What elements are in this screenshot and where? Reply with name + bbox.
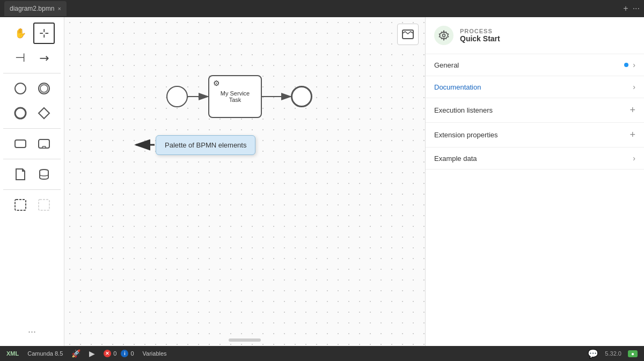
- section-chevron-icon: ›: [633, 83, 635, 91]
- end-event-button[interactable]: [10, 102, 31, 124]
- play-button[interactable]: ▶: [89, 349, 95, 358]
- panel-section-general[interactable]: General›: [426, 54, 644, 76]
- section-actions: +: [630, 129, 635, 141]
- palette-row-6: [10, 163, 55, 186]
- service-task-label: My ServiceTask: [221, 90, 250, 103]
- palette-divider-3: [3, 159, 61, 159]
- palette-divider-1: [3, 73, 61, 73]
- palette-row-4: [10, 101, 55, 125]
- section-chevron-icon: ›: [633, 61, 635, 69]
- tab-label: diagram2.bpmn: [10, 5, 54, 12]
- section-label: Example data: [434, 154, 477, 163]
- palette-divider-2: [3, 128, 61, 129]
- process-gear-icon: [438, 30, 449, 41]
- section-chevron-icon: ›: [633, 154, 635, 163]
- svg-point-18: [443, 34, 445, 37]
- info-count: 0: [130, 350, 134, 357]
- diagram-tab[interactable]: diagram2.bpmn ×: [4, 1, 67, 16]
- section-actions: +: [630, 105, 635, 116]
- service-task[interactable]: ⚙ My ServiceTask: [208, 75, 262, 118]
- main-area: ✋ ⊹ ⊣ ↗: [0, 17, 644, 346]
- global-connect-button[interactable]: ⊣: [10, 47, 31, 69]
- variables-label[interactable]: Variables: [143, 350, 167, 357]
- tab-actions: + ···: [623, 4, 640, 13]
- canvas[interactable]: ⚙ My ServiceTask Palette of BPMN element…: [64, 17, 425, 346]
- more-tabs-icon[interactable]: ···: [633, 4, 640, 13]
- svg-marker-4: [39, 108, 49, 119]
- palette-divider-4: [3, 189, 61, 190]
- scroll-hint: [229, 338, 261, 342]
- section-label: General: [434, 61, 459, 69]
- status-bar: XML Camunda 8.5 🚀 ▶ ✕ 0 i 0 Variables 💬 …: [0, 346, 644, 361]
- panel-header-icon: [434, 26, 453, 45]
- panel-section-extension-properties[interactable]: Extension properties+: [426, 123, 644, 148]
- hand-tool-button[interactable]: ✋: [10, 23, 31, 44]
- svg-rect-17: [402, 30, 413, 39]
- section-actions: ›: [633, 83, 635, 91]
- error-section: ✕ 0 i 0: [104, 350, 134, 357]
- lasso-tool-button[interactable]: ⊹: [33, 23, 55, 44]
- service-task-gear-icon: ⚙: [213, 79, 220, 87]
- tab-close-icon[interactable]: ×: [57, 5, 61, 12]
- end-event[interactable]: [291, 86, 312, 107]
- palette-tooltip-text: Palette of BPMN elements: [165, 141, 246, 149]
- info-icon: i: [121, 350, 128, 357]
- panel-header-type: PROCESS: [460, 28, 500, 34]
- svg-rect-5: [15, 140, 26, 148]
- palette-row-3: [10, 77, 55, 100]
- text-annotation-button[interactable]: [33, 194, 55, 216]
- section-label: Execution listeners: [434, 106, 493, 114]
- minimap-button[interactable]: [397, 24, 419, 45]
- top-bar: diagram2.bpmn × + ···: [0, 0, 644, 17]
- format-label: XML: [6, 350, 19, 357]
- data-object-button[interactable]: [10, 164, 31, 185]
- errors-count: 0: [113, 350, 116, 357]
- intermediate-event-button[interactable]: [33, 78, 55, 99]
- panel-section-execution-listeners[interactable]: Execution listeners+: [426, 98, 644, 123]
- panel-section-example-data[interactable]: Example data›: [426, 148, 644, 170]
- gateway-button[interactable]: [33, 102, 55, 124]
- section-dot: [624, 63, 628, 67]
- version-label: 5.32.0: [605, 350, 621, 357]
- error-icon: ✕: [104, 350, 111, 357]
- section-actions: ›: [624, 61, 635, 69]
- svg-point-2: [40, 85, 48, 92]
- panel-section-documentation[interactable]: Documentation›: [426, 76, 644, 98]
- space-tool-button[interactable]: ↗: [28, 43, 59, 73]
- rocket-icon[interactable]: 🚀: [71, 349, 80, 358]
- section-label: Documentation: [434, 83, 481, 91]
- panel-header-title: Quick Start: [460, 34, 500, 43]
- section-plus-icon[interactable]: +: [630, 129, 635, 141]
- feedback-icon[interactable]: 💬: [588, 349, 598, 359]
- palette-row-5: [10, 132, 55, 156]
- palette-row-1: ✋ ⊹: [10, 21, 55, 45]
- subprocess-button[interactable]: [33, 133, 55, 154]
- panel-sections: General›Documentation›Execution listener…: [426, 54, 644, 170]
- more-tools-button[interactable]: ···: [28, 326, 36, 337]
- palette-row-2: ⊣ ↗: [10, 46, 55, 70]
- section-plus-icon[interactable]: +: [630, 105, 635, 116]
- add-tab-icon[interactable]: +: [623, 4, 628, 13]
- minimap-icon: [402, 28, 414, 40]
- palette: ✋ ⊹ ⊣ ↗: [0, 17, 64, 346]
- start-event-button[interactable]: [10, 78, 31, 99]
- start-event[interactable]: [166, 86, 188, 107]
- svg-rect-7: [42, 146, 46, 148]
- panel-header: PROCESS Quick Start: [426, 17, 644, 54]
- palette-row-7: [10, 193, 55, 217]
- arrows-svg: [64, 17, 425, 346]
- svg-point-0: [15, 83, 26, 94]
- status-right: 💬 5.32.0 ●: [588, 349, 638, 359]
- svg-rect-10: [15, 200, 26, 210]
- panel-header-text: PROCESS Quick Start: [460, 28, 500, 43]
- svg-point-3: [15, 108, 26, 119]
- tab-area: diagram2.bpmn ×: [4, 1, 67, 16]
- section-actions: ›: [633, 154, 635, 163]
- engine-label[interactable]: Camunda 8.5: [27, 350, 63, 357]
- data-store-button[interactable]: [33, 164, 55, 185]
- task-button[interactable]: [10, 133, 31, 154]
- right-panel: PROCESS Quick Start General›Documentatio…: [425, 17, 644, 346]
- palette-tooltip: Palette of BPMN elements: [156, 135, 255, 155]
- group-button[interactable]: [10, 194, 31, 216]
- section-label: Extension properties: [434, 131, 498, 139]
